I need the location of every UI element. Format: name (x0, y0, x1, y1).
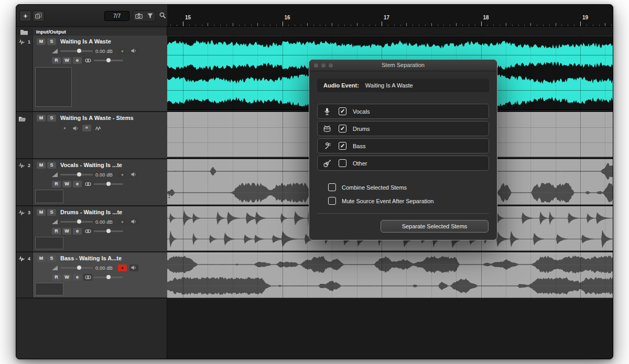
stem-row-bass[interactable]: ✓ Bass (317, 138, 489, 153)
mute-button[interactable]: M (37, 115, 46, 122)
volume-value[interactable]: 0.00 dB (95, 219, 115, 225)
stereo-icon (85, 229, 91, 234)
solo-button[interactable]: S (47, 209, 56, 216)
inserts-box[interactable] (35, 67, 72, 107)
volume-value[interactable]: 0.00 dB (95, 265, 115, 271)
track-header-waiting[interactable]: 1 M S Waiting Is A Waste 0.00 dB ● (16, 36, 167, 112)
track-header-stems-folder[interactable]: M S Waiting Is A Waste - Stems ● = (16, 112, 167, 159)
read-button[interactable]: R (52, 57, 61, 64)
monitor-button[interactable] (129, 171, 138, 178)
solo-button[interactable]: S (47, 115, 56, 122)
separate-button[interactable]: Separate Selected Stems (381, 220, 489, 233)
stereo-button[interactable] (83, 181, 92, 187)
filter-button[interactable] (147, 13, 153, 19)
volume-slider[interactable] (60, 174, 93, 175)
mute-source-option[interactable]: Mute Source Event After Separation (321, 197, 434, 205)
solo-button[interactable]: S (47, 255, 56, 262)
write-button[interactable]: W (62, 57, 71, 64)
edit-button[interactable]: e (73, 274, 82, 281)
waveform-bass (167, 253, 613, 297)
duplicate-track-button[interactable] (32, 10, 45, 21)
combine-option[interactable]: Combine Selected Stems (321, 183, 407, 191)
stem-row-drums[interactable]: ✓ Drums (317, 121, 489, 136)
track-header-vocals[interactable]: 2 M S Vocals - Waiting Is ...te 0.00 dB … (16, 159, 167, 206)
stems-split-button[interactable] (93, 125, 102, 131)
monitor-button[interactable] (129, 48, 138, 54)
audio-track-icon (18, 39, 25, 45)
vocals-checkbox[interactable]: ✓ (339, 107, 346, 115)
track-icon-cell (16, 112, 33, 158)
mute-button[interactable]: M (37, 255, 46, 262)
record-arm-button[interactable]: ● (118, 48, 127, 54)
edit-button[interactable]: e (73, 57, 82, 64)
read-button[interactable]: R (52, 274, 61, 281)
inserts-box[interactable] (35, 237, 63, 249)
track-header-bass[interactable]: 4 M S Bass - Waiting Is A...te 0.00 dB ● (16, 252, 167, 299)
edit-button[interactable]: e (73, 181, 82, 187)
stem-row-vocals[interactable]: ✓ Vocals (317, 104, 489, 119)
write-button[interactable]: W (62, 181, 71, 187)
write-button[interactable]: W (62, 228, 71, 235)
track-header-drums[interactable]: 3 M S Drums - Waiting Is ...te 0.00 dB ● (16, 206, 167, 252)
search-icon (159, 12, 166, 19)
pan-slider[interactable] (94, 60, 123, 61)
pan-slider[interactable] (94, 230, 123, 232)
camera-icon (135, 13, 143, 19)
monitor-button[interactable] (129, 264, 138, 271)
bass-checkbox[interactable]: ✓ (339, 142, 346, 150)
track-name: Waiting Is A Waste (60, 38, 111, 45)
audio-event-bass[interactable] (167, 252, 613, 298)
camera-button[interactable] (135, 13, 143, 19)
volume-value[interactable]: 0.00 dB (95, 48, 115, 54)
record-arm-button[interactable]: ● (60, 125, 69, 131)
read-button[interactable]: R (52, 228, 61, 235)
solo-button[interactable]: S (47, 162, 56, 169)
volume-slider[interactable] (60, 221, 93, 223)
inserts-box[interactable] (35, 283, 63, 295)
inserts-box[interactable] (35, 190, 63, 203)
mute-button[interactable]: M (37, 38, 46, 45)
volume-value[interactable]: 0.00 dB (95, 172, 115, 178)
filter-icon (147, 13, 153, 19)
track-visibility-counter[interactable]: 7/7 (104, 11, 129, 21)
group-editing-button[interactable]: = (82, 125, 91, 131)
volume-slider[interactable] (60, 50, 93, 52)
stereo-button[interactable] (83, 274, 92, 281)
record-arm-button[interactable]: ● (118, 171, 127, 178)
other-checkbox[interactable] (339, 159, 346, 167)
track-name: Drums - Waiting Is ...te (60, 209, 122, 215)
stereo-button[interactable] (83, 57, 92, 64)
toolbar: + 7/7 (16, 5, 167, 27)
write-button[interactable]: W (62, 274, 71, 281)
add-track-button[interactable]: + (19, 10, 31, 21)
edit-button[interactable]: e (73, 228, 82, 235)
mute-source-checkbox[interactable] (328, 197, 336, 205)
timeline-ruler[interactable]: 1516171819 (167, 5, 613, 27)
track-number: 3 (28, 210, 30, 215)
combine-checkbox[interactable] (328, 183, 336, 191)
read-button[interactable]: R (52, 181, 61, 187)
bass-clef-icon (322, 142, 332, 150)
search-button[interactable] (158, 10, 167, 21)
visibility-tool-group (133, 10, 156, 21)
project-folder-icon (20, 29, 28, 35)
record-arm-button[interactable]: ● (118, 218, 127, 225)
monitor-button[interactable] (129, 218, 138, 225)
monitor-button[interactable] (71, 125, 80, 131)
stem-row-other[interactable]: Other (317, 156, 489, 171)
speaker-icon (73, 126, 79, 131)
solo-button[interactable]: S (47, 38, 56, 45)
track-number: 2 (28, 163, 30, 168)
track-number: 4 (28, 256, 30, 261)
mute-button[interactable]: M (37, 162, 46, 169)
stereo-button[interactable] (83, 228, 92, 235)
volume-slider[interactable] (60, 267, 93, 269)
io-header[interactable]: Input/Output (33, 28, 167, 36)
mute-button[interactable]: M (37, 209, 46, 216)
dialog-titlebar[interactable]: Stem Separation (309, 60, 497, 71)
pan-slider[interactable] (94, 183, 123, 185)
record-arm-button-active[interactable]: ● (118, 264, 127, 271)
panel-splitter-handle[interactable]: ⋮ (166, 191, 173, 198)
pan-slider[interactable] (94, 277, 123, 278)
drums-checkbox[interactable]: ✓ (339, 125, 346, 133)
